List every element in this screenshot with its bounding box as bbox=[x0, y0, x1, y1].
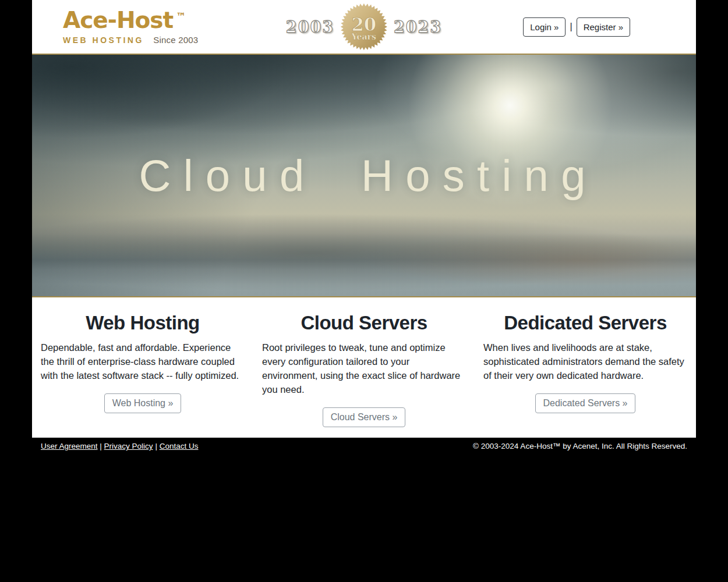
feature-cloud-servers: Cloud Servers Root privileges to tweak, … bbox=[253, 312, 475, 427]
brand-name-row: Ace-Host™ bbox=[63, 9, 198, 31]
brand-logo[interactable]: Ace-Host™ WEB HOSTING Since 2003 bbox=[63, 9, 198, 45]
brand-tagline-row: WEB HOSTING Since 2003 bbox=[63, 35, 198, 45]
auth-buttons: Login » | Register » bbox=[523, 17, 630, 37]
auth-separator: | bbox=[570, 22, 572, 32]
feature-dedicated-servers: Dedicated Servers When lives and livelih… bbox=[475, 312, 696, 427]
site-header: Ace-Host™ WEB HOSTING Since 2003 2003 20… bbox=[32, 0, 696, 54]
login-button[interactable]: Login » bbox=[523, 17, 566, 37]
register-button[interactable]: Register » bbox=[577, 17, 630, 37]
feature-description: Dependable, fast and affordable. Experie… bbox=[41, 340, 245, 382]
anniversary-year-end: 2023 bbox=[394, 18, 442, 36]
hero-title: Cloud Hosting bbox=[139, 150, 598, 201]
brand-name: Ace-Host bbox=[63, 7, 173, 33]
footer-links: User Agreement | Privacy Policy | Contac… bbox=[41, 442, 198, 450]
trademark-symbol: ™ bbox=[176, 10, 186, 22]
20-years-seal-icon: 20 Years bbox=[340, 2, 388, 51]
feature-web-hosting: Web Hosting Dependable, fast and afforda… bbox=[32, 312, 253, 427]
feature-description: When lives and livelihoods are at stake,… bbox=[483, 340, 687, 382]
feature-description: Root privileges to tweak, tune and optim… bbox=[262, 340, 466, 396]
feature-title: Web Hosting bbox=[41, 312, 245, 334]
features-section: Web Hosting Dependable, fast and afforda… bbox=[32, 297, 696, 438]
brand-since-text: Since 2003 bbox=[153, 35, 198, 45]
anniversary-year-start: 2003 bbox=[286, 18, 334, 36]
anniversary-badge: 2003 20 Years 2023 bbox=[286, 2, 442, 51]
cloud-servers-button[interactable]: Cloud Servers » bbox=[323, 407, 406, 427]
footer-copyright: © 2003-2024 Ace-Host™ by Acenet, Inc. Al… bbox=[473, 442, 687, 450]
footer-separator: | bbox=[100, 442, 102, 450]
feature-title: Cloud Servers bbox=[262, 312, 466, 334]
privacy-policy-link[interactable]: Privacy Policy bbox=[104, 442, 153, 450]
brand-tagline: WEB HOSTING bbox=[63, 36, 144, 45]
user-agreement-link[interactable]: User Agreement bbox=[41, 442, 98, 450]
hero-banner: Cloud Hosting bbox=[32, 54, 696, 297]
contact-us-link[interactable]: Contact Us bbox=[160, 442, 199, 450]
feature-title: Dedicated Servers bbox=[483, 312, 687, 334]
footer-separator: | bbox=[155, 442, 157, 450]
dedicated-servers-button[interactable]: Dedicated Servers » bbox=[535, 393, 636, 413]
seal-word: Years bbox=[351, 32, 376, 41]
page-container: Ace-Host™ WEB HOSTING Since 2003 2003 20… bbox=[32, 0, 696, 450]
web-hosting-button[interactable]: Web Hosting » bbox=[104, 393, 182, 413]
site-footer: User Agreement | Privacy Policy | Contac… bbox=[32, 438, 696, 450]
